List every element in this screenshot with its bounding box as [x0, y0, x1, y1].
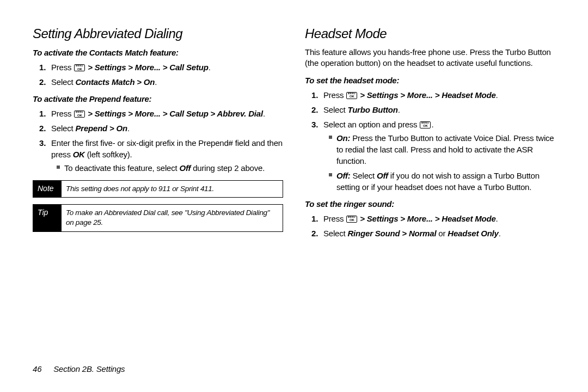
- list-item: To deactivate this feature, select Off d…: [57, 162, 283, 174]
- step-path: > Settings > More... > Call Setup > Abbr…: [85, 109, 263, 118]
- bullet-text: during step 2 above.: [191, 163, 265, 173]
- bullet-bold: Off: [179, 163, 191, 173]
- step-text: Press: [323, 214, 346, 223]
- list-item: Select Contacts Match > On.: [39, 76, 283, 88]
- step-path: Headset Only: [448, 229, 498, 238]
- period: .: [209, 63, 211, 72]
- list-item: Select Prepend > On.: [39, 122, 283, 134]
- period: .: [431, 120, 433, 129]
- subtitle-headset-mode: To set the headset mode:: [305, 76, 555, 85]
- note-label: Note: [33, 181, 62, 197]
- bullet-bold: Off:: [336, 171, 351, 180]
- step-path: > Settings > More... > Headset Mode: [358, 214, 495, 223]
- steps-headset-mode: Press > Settings > More... > Headset Mod…: [305, 89, 555, 193]
- step-text: Press: [51, 109, 74, 118]
- left-title: Setting Abbreviated Dialing: [33, 26, 283, 41]
- period: .: [127, 124, 130, 133]
- menu-ok-icon: [346, 92, 357, 99]
- step-path: > Settings > More... > Headset Mode: [358, 90, 495, 100]
- bullet-bold: On:: [336, 133, 350, 143]
- list-item: Select an option and press . On: Press t…: [311, 119, 555, 193]
- tip-label: Tip: [33, 205, 62, 231]
- list-item: Off: Select Off if you do not wish to as…: [329, 170, 555, 193]
- step-text: or: [436, 229, 448, 238]
- period: .: [499, 229, 501, 238]
- right-title: Headset Mode: [305, 26, 555, 41]
- sub-bullets: To deactivate this feature, select Off d…: [51, 162, 283, 174]
- step-path: Prepend > On: [75, 124, 127, 133]
- subtitle-contacts-match: To activate the Contacts Match feature:: [33, 48, 283, 57]
- step-path: Contacts Match > On: [75, 77, 155, 87]
- period: .: [155, 77, 157, 87]
- note-text: This setting does not apply to 911 or Sp…: [62, 181, 218, 197]
- list-item: Press > Settings > More... > Headset Mod…: [311, 213, 555, 224]
- menu-ok-icon: [74, 111, 85, 118]
- period: .: [398, 105, 400, 114]
- page-footer: 46 Section 2B. Settings: [33, 364, 125, 373]
- period: .: [496, 90, 498, 100]
- step-text: (left softkey).: [85, 150, 132, 159]
- headset-intro: This feature allows you hands-free phone…: [305, 47, 555, 69]
- period: .: [263, 109, 265, 118]
- step-text: Press: [323, 90, 346, 100]
- steps-prepend: Press > Settings > More... > Call Setup …: [33, 108, 283, 174]
- menu-ok-icon: [346, 216, 357, 223]
- steps-contacts-match: Press > Settings > More... > Call Setup.…: [33, 62, 283, 88]
- step-text: Press: [51, 63, 74, 72]
- page-number: 46: [33, 364, 41, 373]
- menu-ok-icon: [74, 64, 85, 71]
- tip-text: To make an Abbreviated Dial call, see "U…: [62, 205, 283, 231]
- menu-ok-icon: [420, 121, 431, 128]
- left-column: Setting Abbreviated Dialing To activate …: [33, 26, 283, 342]
- step-bold: OK: [73, 150, 85, 159]
- list-item: Select Turbo Button.: [311, 104, 555, 115]
- step-text: Select: [51, 124, 75, 133]
- bullet-text: To deactivate this feature, select: [64, 163, 179, 173]
- step-path: Ringer Sound > Normal: [347, 229, 436, 238]
- steps-ringer-sound: Press > Settings > More... > Headset Mod…: [305, 213, 555, 239]
- list-item: Press > Settings > More... > Call Setup …: [39, 108, 283, 119]
- step-path: Turbo Button: [347, 105, 397, 114]
- step-path: > Settings > More... > Call Setup: [85, 63, 208, 72]
- step-text: Select: [323, 105, 347, 114]
- subtitle-ringer-sound: To set the ringer sound:: [305, 199, 555, 209]
- right-column: Headset Mode This feature allows you han…: [305, 26, 555, 342]
- tip-callout: Tip To make an Abbreviated Dial call, se…: [33, 204, 283, 231]
- period: .: [496, 214, 498, 223]
- sub-bullets: On: Press the Turbo Button to activate V…: [323, 132, 555, 193]
- content-columns: Setting Abbreviated Dialing To activate …: [33, 26, 555, 342]
- step-text: Select an option and press: [323, 120, 419, 129]
- list-item: Press > Settings > More... > Call Setup.: [39, 62, 283, 73]
- list-item: Select Ringer Sound > Normal or Headset …: [311, 228, 555, 239]
- list-item: Press > Settings > More... > Headset Mod…: [311, 89, 555, 101]
- note-callout: Note This setting does not apply to 911 …: [33, 180, 283, 198]
- subtitle-prepend: To activate the Prepend feature:: [33, 94, 283, 103]
- list-item: Enter the first five- or six-digit prefi…: [39, 137, 283, 174]
- bullet-text: Press the Turbo Button to activate Voice…: [336, 133, 554, 166]
- section-label: Section 2B. Settings: [53, 364, 125, 373]
- step-text: Select: [323, 229, 347, 238]
- list-item: On: Press the Turbo Button to activate V…: [329, 132, 555, 167]
- bullet-text: Select: [351, 171, 377, 180]
- bullet-bold: Off: [377, 171, 388, 180]
- step-text: Select: [51, 77, 75, 87]
